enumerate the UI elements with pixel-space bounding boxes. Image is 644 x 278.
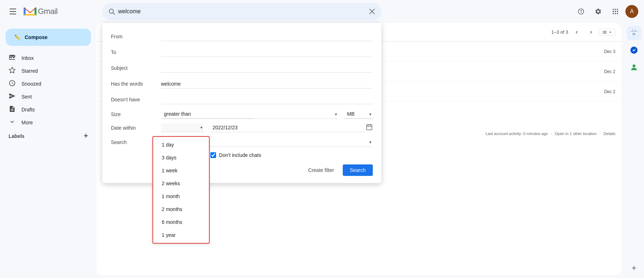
date-option-1month[interactable]: 1 month bbox=[153, 190, 209, 203]
search-clear-icon[interactable] bbox=[369, 8, 376, 15]
details-link[interactable]: Details bbox=[603, 131, 615, 136]
date-within-label: Date within bbox=[111, 125, 161, 131]
from-label: From bbox=[111, 34, 161, 39]
inbox-icon bbox=[9, 54, 16, 63]
google-tasks-icon-button[interactable] bbox=[627, 43, 641, 57]
google-contacts-icon-button[interactable] bbox=[627, 60, 641, 75]
google-calendar-icon-button[interactable]: 31 bbox=[627, 26, 641, 40]
date-option-6months[interactable]: 6 months bbox=[153, 216, 209, 229]
svg-rect-28 bbox=[615, 13, 616, 14]
doesnt-have-label: Doesn't have bbox=[111, 97, 161, 102]
compose-button[interactable]: ✏️ Compose bbox=[6, 29, 91, 46]
email-count: 1–3 of 3 bbox=[551, 29, 568, 35]
search-panel-actions: Create filter Search bbox=[102, 160, 381, 176]
date-option-1year[interactable]: 1 year bbox=[153, 229, 209, 241]
date-within-row: Date within 1 day 3 days 1 week 2 weeks … bbox=[102, 121, 381, 134]
date-option-3days[interactable]: 3 days bbox=[153, 151, 209, 164]
search-button[interactable]: Search bbox=[343, 164, 373, 176]
svg-text:31: 31 bbox=[632, 32, 636, 36]
svg-rect-25 bbox=[615, 11, 616, 12]
sidebar-item-inbox[interactable]: Inbox bbox=[0, 52, 91, 64]
to-input[interactable] bbox=[161, 48, 373, 57]
starred-icon bbox=[9, 67, 16, 76]
sidebar-item-label-drafts: Drafts bbox=[21, 107, 35, 112]
gmail-logo: Gmail bbox=[24, 7, 58, 16]
footer-dot4: · bbox=[599, 131, 600, 136]
date-within-select[interactable]: 1 day 3 days 1 week 2 weeks 1 month 2 mo… bbox=[161, 123, 204, 132]
search-input[interactable] bbox=[118, 8, 369, 15]
svg-text:?: ? bbox=[580, 9, 582, 14]
date-option-1week[interactable]: 1 week bbox=[153, 164, 209, 177]
sidebar-item-sent[interactable]: Sent bbox=[0, 90, 91, 103]
to-label: To bbox=[111, 49, 161, 55]
size-unit-select[interactable]: MB GB KB bbox=[344, 110, 373, 119]
search-submit-icon[interactable] bbox=[108, 8, 115, 15]
subject-input[interactable] bbox=[161, 64, 373, 73]
size-comparator-wrapper: greater than less than ▾ bbox=[161, 110, 338, 119]
labels-section: Labels + bbox=[0, 129, 97, 143]
sidebar-item-drafts[interactable]: Drafts bbox=[0, 103, 91, 116]
sidebar-item-label-inbox: Inbox bbox=[21, 55, 34, 61]
next-page-button[interactable] bbox=[585, 27, 597, 38]
search-bar-container: From To Subject Has the words Doesn't ha… bbox=[102, 3, 381, 20]
size-row: Size greater than less than ▾ MB GB KB ▾ bbox=[102, 107, 381, 121]
svg-rect-15 bbox=[367, 125, 372, 130]
labels-title: Labels bbox=[9, 133, 24, 139]
date-option-2months[interactable]: 2 months bbox=[153, 203, 209, 216]
svg-rect-21 bbox=[613, 9, 614, 10]
create-filter-button[interactable]: Create filter bbox=[304, 164, 338, 176]
gmail-m-icon bbox=[24, 7, 36, 16]
svg-line-12 bbox=[113, 13, 115, 15]
doesnt-have-input[interactable] bbox=[161, 95, 373, 104]
date-option-2weeks[interactable]: 2 weeks bbox=[153, 177, 209, 190]
settings-icon-button[interactable] bbox=[591, 4, 605, 19]
compose-pencil-icon: ✏️ bbox=[14, 34, 20, 40]
subject-row: Subject bbox=[102, 60, 381, 76]
sidebar-item-more[interactable]: More bbox=[0, 116, 91, 129]
svg-rect-32 bbox=[631, 32, 637, 32]
sidebar-item-snoozed[interactable]: Snoozed bbox=[0, 77, 91, 90]
sidebar-item-starred[interactable]: Starred bbox=[0, 64, 91, 77]
date-value-input[interactable] bbox=[210, 123, 364, 132]
prev-page-button[interactable] bbox=[571, 27, 582, 38]
search-bar bbox=[102, 3, 381, 20]
sidebar: ✏️ Compose Inbox Starred Snoozed Sent bbox=[0, 23, 97, 278]
other-location-link[interactable]: Open in 1 other location bbox=[555, 131, 597, 136]
topbar-right: ? A bbox=[574, 4, 638, 19]
labels-add-icon[interactable]: + bbox=[84, 132, 88, 140]
compose-label: Compose bbox=[25, 34, 48, 40]
svg-rect-23 bbox=[617, 9, 618, 10]
dont-include-chats-checkbox-label[interactable]: Don't include chats bbox=[210, 152, 261, 158]
has-words-input[interactable] bbox=[161, 80, 373, 88]
avatar[interactable]: A bbox=[625, 5, 638, 18]
more-chevron-icon bbox=[9, 118, 16, 127]
hamburger-menu-icon[interactable] bbox=[6, 4, 20, 19]
search-in-row: Search All Mail Inbox Sent Drafts Spam T… bbox=[102, 134, 381, 150]
svg-rect-24 bbox=[613, 11, 614, 12]
sidebar-item-label-starred: Starred bbox=[21, 68, 38, 74]
help-icon-button[interactable]: ? bbox=[574, 4, 588, 19]
date-within-select-wrapper: 1 day 3 days 1 week 2 weeks 1 month 2 mo… bbox=[161, 123, 204, 132]
svg-rect-5 bbox=[24, 14, 36, 15]
dont-include-chats-checkbox[interactable] bbox=[210, 152, 216, 158]
to-row: To bbox=[102, 44, 381, 60]
size-comparator-select[interactable]: greater than less than bbox=[161, 110, 254, 119]
sent-icon bbox=[9, 92, 16, 101]
topbar: Gmail From To Su bbox=[0, 0, 644, 23]
svg-rect-27 bbox=[613, 13, 614, 14]
subject-label: Subject bbox=[111, 65, 161, 71]
svg-rect-29 bbox=[617, 13, 618, 14]
from-row: From bbox=[102, 29, 381, 44]
has-attachment-row: Has attachment Don't include chats bbox=[102, 150, 381, 160]
calendar-icon[interactable] bbox=[366, 124, 373, 132]
svg-rect-22 bbox=[615, 9, 616, 10]
svg-point-37 bbox=[633, 64, 635, 67]
from-input[interactable] bbox=[161, 32, 373, 41]
apps-icon-button[interactable] bbox=[608, 4, 623, 19]
sidebar-item-label-sent: Sent bbox=[21, 94, 32, 100]
view-toggle-button[interactable] bbox=[600, 29, 615, 36]
date-option-1day[interactable]: 1 day bbox=[153, 138, 209, 151]
add-addon-icon-button[interactable]: + bbox=[627, 261, 641, 275]
svg-marker-30 bbox=[9, 67, 15, 73]
topbar-left: Gmail bbox=[6, 4, 102, 19]
